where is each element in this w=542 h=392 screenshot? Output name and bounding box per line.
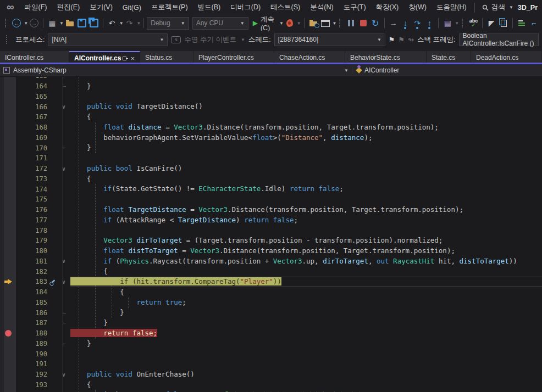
type-dropdown[interactable]: AIController bbox=[352, 66, 542, 74]
fold-chevron-icon[interactable]: ∨ bbox=[57, 104, 70, 110]
forward-button[interactable]: → bbox=[29, 17, 40, 29]
line-number[interactable]: 180 bbox=[16, 247, 48, 255]
fold-chevron-icon[interactable]: ∨ bbox=[57, 258, 70, 264]
step-out-button[interactable]: ↑ bbox=[424, 17, 435, 29]
chevron-down-icon[interactable]: ▼ bbox=[297, 21, 301, 26]
chevron-down-icon[interactable]: ▼ bbox=[24, 21, 28, 26]
pin-icon[interactable] bbox=[126, 56, 126, 61]
glyph-margin-cell[interactable] bbox=[0, 390, 16, 392]
line-number[interactable]: 170 bbox=[16, 144, 48, 152]
clipped-toolbar-icon[interactable]: ⌐ bbox=[528, 17, 539, 29]
line-number[interactable]: 172 bbox=[16, 165, 48, 172]
line-number[interactable]: 183 bbox=[16, 278, 48, 285]
glyph-margin-cell[interactable] bbox=[0, 112, 16, 122]
menu-item[interactable]: 보기(V) bbox=[85, 1, 118, 14]
list-members-button[interactable] bbox=[516, 17, 527, 29]
code-line[interactable]: 188 return false; bbox=[0, 328, 542, 339]
flag-icon[interactable]: ⚑ bbox=[389, 36, 395, 44]
menu-item[interactable]: 확장(X) bbox=[371, 1, 404, 14]
code-line[interactable]: 193 { bbox=[0, 380, 542, 390]
code-line[interactable]: 178 bbox=[0, 225, 542, 236]
code-text[interactable]: if (hit.transform.CompareTag("Player")) bbox=[70, 277, 542, 287]
glyph-margin-cell[interactable] bbox=[0, 349, 16, 359]
line-number[interactable]: 193 bbox=[16, 381, 48, 389]
glyph-margin-cell[interactable] bbox=[0, 246, 16, 256]
code-line[interactable]: 190 bbox=[0, 349, 542, 359]
toolbar-grip[interactable] bbox=[462, 19, 464, 27]
breakpoint-icon[interactable] bbox=[5, 330, 12, 337]
tab-aicontroller-cs[interactable]: AIController.cs× bbox=[69, 51, 140, 64]
platform-dropdown[interactable]: Any CPU▼ bbox=[192, 17, 248, 30]
glyph-margin-cell[interactable] bbox=[0, 122, 16, 133]
code-line[interactable]: 166∨ public void TargetDistance() bbox=[0, 102, 542, 112]
toolbar-grip[interactable] bbox=[339, 19, 342, 27]
line-number[interactable]: 192 bbox=[16, 371, 48, 378]
tab-icontroller-cs[interactable]: IController.cs bbox=[0, 51, 69, 64]
spell-check-button[interactable]: abc✓ bbox=[468, 17, 479, 29]
search-control[interactable]: 검색 ▼ bbox=[482, 3, 513, 12]
glyph-margin-cell[interactable] bbox=[0, 318, 16, 328]
code-text[interactable]: } bbox=[70, 339, 542, 349]
glyph-margin-cell[interactable] bbox=[0, 77, 16, 81]
debug-config-dropdown[interactable]: Debug▼ bbox=[147, 17, 189, 30]
menu-item[interactable]: Git(G) bbox=[118, 2, 146, 13]
code-text[interactable]: Vector3 dirToTarget = (Target.transform.… bbox=[70, 236, 542, 246]
lifecycle-events-label[interactable]: 수명 주기 이벤트 bbox=[184, 35, 236, 44]
curved-arrow-icon[interactable]: ↬ bbox=[408, 36, 414, 44]
glyph-margin-cell[interactable] bbox=[0, 287, 16, 298]
code-line[interactable]: 183∨ if (hit.transform.CompareTag("Playe… bbox=[0, 277, 542, 287]
code-line[interactable]: 174 if(State.GetState() != ECharacterSta… bbox=[0, 184, 542, 194]
new-item-button[interactable]: ▦ bbox=[47, 17, 58, 29]
glyph-margin-cell[interactable] bbox=[0, 143, 16, 153]
code-line[interactable]: 187 } bbox=[0, 318, 542, 328]
menu-item[interactable]: 테스트(S) bbox=[266, 1, 305, 14]
chevron-down-icon[interactable]: ▼ bbox=[241, 37, 245, 42]
flag-threads-icon[interactable]: ⚑ bbox=[399, 36, 405, 44]
save-button[interactable] bbox=[76, 17, 87, 29]
code-text[interactable]: behaviorGraphAgent.SetVariableValue<floa… bbox=[70, 133, 542, 143]
wrench-icon[interactable] bbox=[50, 279, 55, 284]
code-text[interactable]: float TargetDistance = Vector3.Distance(… bbox=[70, 205, 542, 215]
code-text[interactable]: return true; bbox=[70, 298, 542, 308]
folder-search-button[interactable] bbox=[308, 17, 319, 29]
line-number[interactable]: 163 bbox=[16, 77, 48, 80]
menu-item[interactable]: 분석(N) bbox=[305, 1, 338, 14]
code-text[interactable]: if(State.GetState() != ECharacterState.I… bbox=[70, 184, 542, 194]
line-number[interactable]: 168 bbox=[16, 124, 48, 131]
code-text[interactable]: float distance = Vector3.Distance(transf… bbox=[70, 122, 542, 133]
glyph-margin-cell[interactable] bbox=[0, 153, 16, 164]
code-line[interactable]: 176 float TargetDistance = Vector3.Dista… bbox=[0, 205, 542, 215]
line-number[interactable]: 179 bbox=[16, 237, 48, 244]
glyph-margin-cell[interactable] bbox=[0, 380, 16, 390]
step-over-button[interactable]: ↷ bbox=[412, 17, 423, 29]
code-line[interactable]: 172∨ public bool IsCanFire() bbox=[0, 164, 542, 174]
code-line[interactable]: 194 isChaseStart = false; // 출발 위치 상태에서 … bbox=[0, 390, 542, 392]
menu-item[interactable]: 디버그(D) bbox=[225, 1, 266, 14]
line-number[interactable]: 164 bbox=[16, 82, 48, 90]
code-text[interactable]: public bool IsCanFire() bbox=[70, 164, 542, 174]
code-line[interactable]: 182 { bbox=[0, 266, 542, 277]
window-button[interactable] bbox=[320, 17, 331, 29]
chevron-down-icon[interactable]: ▼ bbox=[119, 21, 124, 26]
line-number[interactable]: 169 bbox=[16, 134, 48, 142]
code-text[interactable]: public void TargetDistance() bbox=[70, 102, 542, 112]
menu-item[interactable]: 빌드(B) bbox=[193, 1, 226, 14]
code-line[interactable]: 180 float distToTarget = Vector3.Distanc… bbox=[0, 246, 542, 256]
line-number[interactable]: 184 bbox=[16, 288, 48, 296]
tab-status-cs[interactable]: Status.cs bbox=[140, 51, 193, 64]
line-number[interactable]: 176 bbox=[16, 206, 48, 214]
line-number[interactable]: 166 bbox=[16, 103, 48, 111]
pause-button[interactable] bbox=[346, 17, 357, 29]
line-number[interactable]: 186 bbox=[16, 309, 48, 317]
save-all-button[interactable] bbox=[89, 17, 99, 29]
code-text[interactable]: } bbox=[70, 81, 542, 92]
glyph-margin-cell[interactable] bbox=[0, 328, 16, 339]
il-view-button[interactable]: ▤ bbox=[442, 17, 453, 29]
code-text[interactable]: if (AttackRange < TargetDistance) return… bbox=[70, 215, 542, 226]
close-icon[interactable]: × bbox=[130, 54, 135, 63]
code-line[interactable]: 167 { bbox=[0, 112, 542, 122]
stop-button[interactable] bbox=[358, 17, 369, 29]
redo-button[interactable]: ↷ bbox=[124, 17, 135, 29]
toolbar-grip[interactable] bbox=[5, 19, 8, 27]
menu-item[interactable]: 편집(E) bbox=[52, 1, 85, 14]
